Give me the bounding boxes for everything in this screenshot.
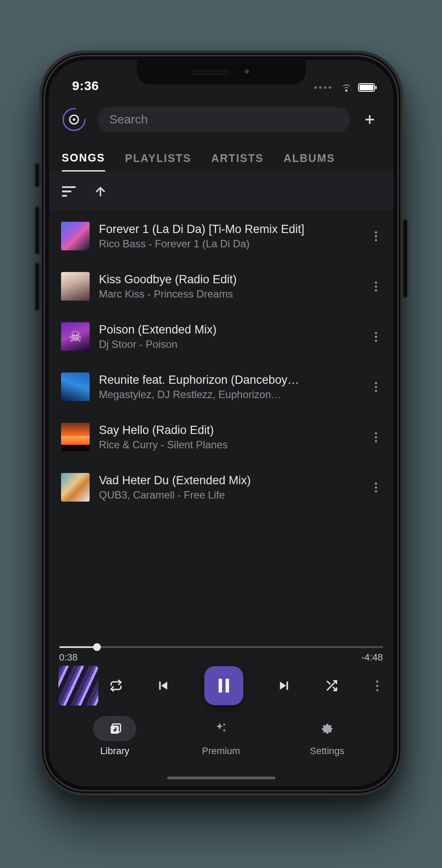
skip-next-icon [278,680,290,692]
song-more-button[interactable] [371,278,381,295]
notch [137,60,306,84]
svg-rect-11 [226,679,229,693]
wifi-icon [340,83,353,92]
speaker-grille [191,70,230,74]
silence-switch [35,163,39,187]
sort-icon [62,185,77,198]
progress-fill [59,646,97,648]
repeat-icon [110,679,123,692]
library-tabs: SONGS PLAYLISTS ARTISTS ALBUMS [49,145,394,172]
song-title: Vad Heter Du (Extended Mix) [99,474,362,487]
player-controls [110,666,384,705]
svg-rect-12 [287,682,288,690]
song-more-button[interactable] [371,429,381,446]
song-more-button[interactable] [371,479,381,496]
album-art [61,272,90,301]
sort-button[interactable] [62,185,77,198]
song-subtitle: Megastylez, DJ Restlezz, Euphorizon… [99,389,362,401]
progress-slider[interactable] [59,644,383,650]
front-camera [244,68,252,76]
song-subtitle: Rico Bass - Forever 1 (La Di Da) [99,238,362,250]
progress-thumb[interactable] [93,643,101,651]
screen: 9:36 [49,60,394,786]
song-list[interactable]: Forever 1 (La Di Da) [Ti-Mo Remix Edit] … [49,211,394,512]
song-row[interactable]: Reunite feat. Euphorizon (Danceboy… Mega… [49,362,394,412]
nav-library[interactable]: Library [93,716,136,786]
now-playing-art[interactable] [58,666,98,706]
tab-albums[interactable]: ALBUMS [284,146,335,171]
album-art [61,423,90,451]
svg-point-5 [73,118,75,121]
next-button[interactable] [278,680,290,692]
song-row[interactable]: Vad Heter Du (Extended Mix) QUB3, Carame… [49,462,394,512]
svg-rect-16 [115,727,116,730]
volume-down-button [35,263,39,311]
bottom-nav: Library Premium [49,710,394,786]
sort-direction-button[interactable] [94,185,107,198]
power-button [403,220,407,298]
search-input[interactable]: Search [97,107,350,132]
svg-rect-9 [159,682,161,690]
album-art [61,322,90,351]
progress-track [59,646,383,648]
song-more-button[interactable] [371,379,381,395]
tab-songs[interactable]: SONGS [62,146,105,172]
library-icon [108,722,122,735]
arrow-up-icon [94,185,107,198]
elapsed-time: 0:38 [59,652,78,663]
sort-bar [49,172,394,211]
song-subtitle: Dj Stoor - Poison [99,338,362,350]
svg-rect-6 [62,186,76,188]
gear-icon [320,722,334,735]
song-row[interactable]: Say Hello (Radio Edit) Rice & Curry - Si… [49,412,394,462]
song-more-button[interactable] [371,228,381,245]
tab-playlists[interactable]: PLAYLISTS [125,146,191,171]
battery-icon [358,83,377,92]
search-placeholder: Search [110,113,148,126]
play-pause-button[interactable] [204,666,243,705]
status-indicators [314,83,377,93]
song-meta: Say Hello (Radio Edit) Rice & Curry - Si… [99,424,362,451]
skip-previous-icon [157,680,169,692]
song-title: Poison (Extended Mix) [99,323,362,337]
tab-artists[interactable]: ARTISTS [211,146,264,171]
add-button[interactable] [361,110,379,129]
svg-rect-2 [375,86,377,89]
svg-rect-10 [219,679,222,693]
shuffle-button[interactable] [325,679,338,692]
phone-frame: 9:36 [39,51,403,796]
song-meta: Reunite feat. Euphorizon (Danceboy… Mega… [99,373,362,401]
plus-icon [363,113,376,126]
sparkle-icon [214,722,228,735]
song-title: Forever 1 (La Di Da) [Ti-Mo Remix Edit] [99,223,362,236]
song-title: Kiss Goodbye (Radio Edit) [99,273,362,286]
nav-premium[interactable]: Premium [199,716,242,786]
pause-icon [216,677,231,694]
repeat-button[interactable] [110,679,123,692]
song-more-button[interactable] [371,328,381,345]
nav-label: Library [100,745,129,757]
home-indicator[interactable] [167,777,275,779]
mini-player: 0:38 -4:48 [49,644,394,710]
volume-up-button [35,207,39,254]
remaining-time: -4:48 [361,652,383,663]
song-title: Reunite feat. Euphorizon (Danceboy… [99,373,362,387]
previous-button[interactable] [157,680,169,692]
app-header: Search [49,104,394,136]
song-meta: Forever 1 (La Di Da) [Ti-Mo Remix Edit] … [99,223,362,250]
song-title: Say Hello (Radio Edit) [99,424,362,437]
app-logo-icon[interactable] [61,107,87,133]
svg-rect-8 [62,195,67,197]
song-row[interactable]: Poison (Extended Mix) Dj Stoor - Poison [49,311,394,362]
song-row[interactable]: Kiss Goodbye (Radio Edit) Marc Kiss - Pr… [49,261,394,311]
song-meta: Poison (Extended Mix) Dj Stoor - Poison [99,323,362,350]
music-library-app: Search SONGS PLAYLISTS ARTISTS ALBUMS [49,60,394,786]
song-meta: Vad Heter Du (Extended Mix) QUB3, Carame… [99,474,362,501]
song-meta: Kiss Goodbye (Radio Edit) Marc Kiss - Pr… [99,273,362,300]
song-row[interactable]: Forever 1 (La Di Da) [Ti-Mo Remix Edit] … [49,211,394,261]
song-subtitle: QUB3, Caramell - Free Life [99,489,362,501]
svg-rect-1 [359,85,373,91]
player-more-button[interactable] [373,677,382,695]
clock: 9:36 [72,78,99,93]
nav-settings[interactable]: Settings [306,716,349,786]
